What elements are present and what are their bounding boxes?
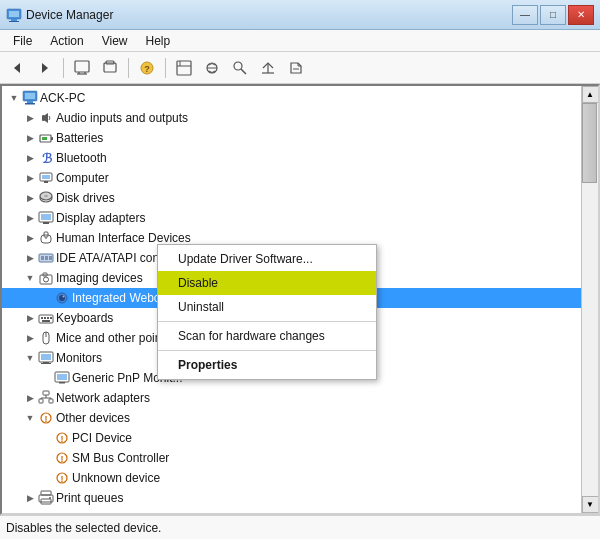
back-button[interactable] bbox=[4, 56, 30, 80]
toolbar-btn-7[interactable] bbox=[199, 56, 225, 80]
svg-text:!: ! bbox=[61, 454, 64, 464]
expand-icon-network: ▶ bbox=[22, 390, 38, 406]
tree-item-audio[interactable]: ▶ Audio inputs and outputs bbox=[2, 108, 581, 128]
ctx-separator-2 bbox=[158, 350, 376, 351]
svg-rect-61 bbox=[50, 317, 52, 319]
expand-icon-print: ▶ bbox=[22, 490, 38, 506]
toolbar-btn-3[interactable] bbox=[69, 56, 95, 80]
expand-icon-batteries: ▶ bbox=[22, 130, 38, 146]
expand-icon-mice: ▶ bbox=[22, 330, 38, 346]
keyboard-icon bbox=[38, 310, 54, 326]
toolbar-btn-9[interactable] bbox=[255, 56, 281, 80]
toolbar-btn-4[interactable] bbox=[97, 56, 123, 80]
svg-rect-50 bbox=[49, 256, 52, 260]
tree-item-disk[interactable]: ▶ Disk drives bbox=[2, 188, 581, 208]
expand-icon-ide: ▶ bbox=[22, 250, 38, 266]
tree-item-label-imaging: Imaging devices bbox=[56, 271, 143, 285]
tree-item-bluetooth[interactable]: ▶ ℬ Bluetooth bbox=[2, 148, 581, 168]
menu-bar: File Action View Help bbox=[0, 30, 600, 52]
svg-rect-59 bbox=[44, 317, 46, 319]
svg-rect-86 bbox=[41, 491, 51, 495]
tree-item-label-bluetooth: Bluetooth bbox=[56, 151, 107, 165]
toolbar-btn-6[interactable] bbox=[171, 56, 197, 80]
expand-icon-pci bbox=[38, 430, 54, 446]
ctx-properties[interactable]: Properties bbox=[158, 353, 376, 377]
svg-rect-70 bbox=[59, 382, 65, 384]
tree-item-print[interactable]: ▶ Print queues bbox=[2, 488, 581, 508]
expand-icon-hid: ▶ bbox=[22, 230, 38, 246]
expand-icon-computer: ▶ bbox=[22, 170, 38, 186]
svg-line-20 bbox=[241, 69, 246, 74]
tree-item-ack-pc[interactable]: ▼ ACK-PC bbox=[2, 88, 581, 108]
smbus-icon: ! bbox=[54, 450, 70, 466]
forward-button[interactable] bbox=[32, 56, 58, 80]
vertical-scrollbar[interactable]: ▲ ▼ bbox=[581, 86, 598, 513]
separator-3 bbox=[165, 58, 166, 78]
svg-rect-72 bbox=[39, 399, 43, 403]
tree-item-label-audio: Audio inputs and outputs bbox=[56, 111, 188, 125]
minimize-button[interactable]: — bbox=[512, 5, 538, 25]
svg-rect-60 bbox=[47, 317, 49, 319]
tree-item-label-monitors: Monitors bbox=[56, 351, 102, 365]
expand-icon-smbus bbox=[38, 450, 54, 466]
svg-point-52 bbox=[44, 277, 49, 282]
menu-help[interactable]: Help bbox=[137, 31, 180, 51]
help-button[interactable]: ? bbox=[134, 56, 160, 80]
toolbar-btn-10[interactable] bbox=[283, 56, 309, 80]
tree-item-unknown[interactable]: ! Unknown device bbox=[2, 468, 581, 488]
svg-text:!: ! bbox=[61, 474, 64, 484]
svg-rect-49 bbox=[45, 256, 48, 260]
tree-item-batteries[interactable]: ▶ Batteries bbox=[2, 128, 581, 148]
tree-item-label-disk: Disk drives bbox=[56, 191, 115, 205]
menu-view[interactable]: View bbox=[93, 31, 137, 51]
tree-item-pci[interactable]: ! PCI Device bbox=[2, 428, 581, 448]
svg-marker-4 bbox=[14, 63, 20, 73]
svg-rect-14 bbox=[177, 61, 191, 75]
svg-rect-62 bbox=[42, 320, 50, 322]
ctx-update-driver[interactable]: Update Driver Software... bbox=[158, 247, 376, 271]
tree-item-smbus[interactable]: ! SM Bus Controller bbox=[2, 448, 581, 468]
ctx-uninstall[interactable]: Uninstall bbox=[158, 295, 376, 319]
close-button[interactable]: ✕ bbox=[568, 5, 594, 25]
tree-item-label-pci: PCI Device bbox=[72, 431, 132, 445]
webcam-icon bbox=[54, 290, 70, 306]
printer-icon bbox=[38, 490, 54, 506]
maximize-button[interactable]: □ bbox=[540, 5, 566, 25]
title-bar: Device Manager — □ ✕ bbox=[0, 0, 600, 30]
tree-item-other[interactable]: ▼ ! Other devices bbox=[2, 408, 581, 428]
svg-rect-3 bbox=[9, 21, 19, 22]
svg-text:?: ? bbox=[144, 64, 150, 74]
tree-item-label-computer: Computer bbox=[56, 171, 109, 185]
display-icon bbox=[38, 210, 54, 226]
app-icon bbox=[6, 7, 22, 23]
tree-item-network[interactable]: ▶ Network adapters bbox=[2, 388, 581, 408]
svg-marker-5 bbox=[42, 63, 48, 73]
tree-item-label-batteries: Batteries bbox=[56, 131, 103, 145]
svg-text:!: ! bbox=[45, 414, 48, 424]
tree-item-computer[interactable]: ▶ Computer bbox=[2, 168, 581, 188]
tree-item-display[interactable]: ▶ Display adapters bbox=[2, 208, 581, 228]
ctx-scan[interactable]: Scan for hardware changes bbox=[158, 324, 376, 348]
scroll-thumb[interactable] bbox=[582, 103, 597, 183]
other-icon: ! bbox=[38, 410, 54, 426]
bluetooth-icon: ℬ bbox=[38, 150, 54, 166]
computer-icon bbox=[22, 90, 38, 106]
tree-item-label-smbus: SM Bus Controller bbox=[72, 451, 169, 465]
scroll-up-button[interactable]: ▲ bbox=[582, 86, 599, 103]
ctx-disable[interactable]: Disable bbox=[158, 271, 376, 295]
status-text: Disables the selected device. bbox=[6, 521, 161, 535]
toolbar-btn-8[interactable] bbox=[227, 56, 253, 80]
scroll-track[interactable] bbox=[582, 103, 598, 496]
svg-rect-73 bbox=[49, 399, 53, 403]
svg-rect-30 bbox=[42, 115, 45, 121]
svg-rect-37 bbox=[44, 181, 48, 183]
tree-item-label-hid: Human Interface Devices bbox=[56, 231, 191, 245]
menu-file[interactable]: File bbox=[4, 31, 41, 51]
tree-item-label-other: Other devices bbox=[56, 411, 130, 425]
separator-1 bbox=[63, 58, 64, 78]
scroll-down-button[interactable]: ▼ bbox=[582, 496, 599, 513]
expand-icon-bluetooth: ▶ bbox=[22, 150, 38, 166]
svg-point-89 bbox=[49, 497, 51, 499]
expand-icon-other: ▼ bbox=[22, 410, 38, 426]
menu-action[interactable]: Action bbox=[41, 31, 92, 51]
